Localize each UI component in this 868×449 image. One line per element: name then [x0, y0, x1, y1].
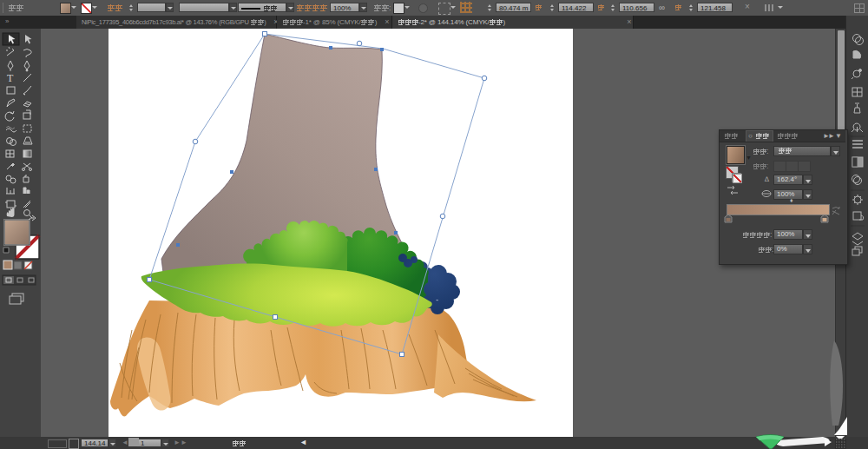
svg-text:T: T	[7, 72, 14, 84]
